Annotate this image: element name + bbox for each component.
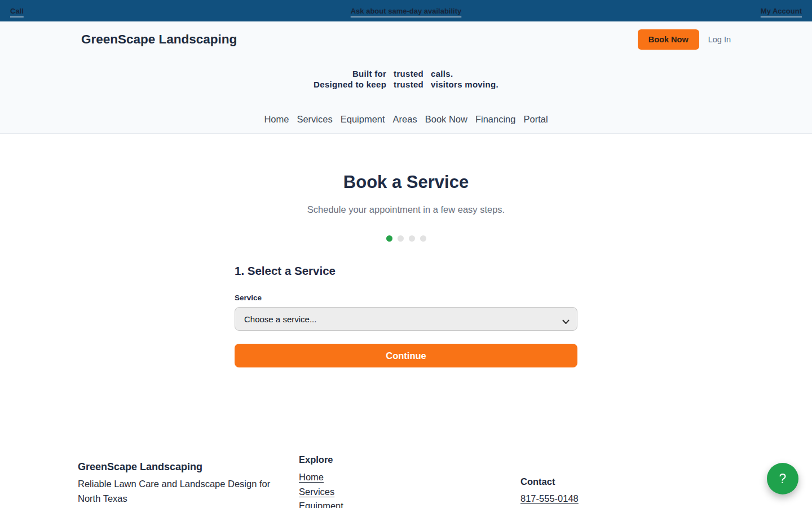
tagline-row1-right: calls. (431, 69, 498, 80)
footer-link-home[interactable]: Home (299, 470, 511, 485)
nav-item-equipment[interactable]: Equipment (341, 114, 385, 125)
nav-item-services[interactable]: Services (297, 114, 332, 125)
footer-link-services[interactable]: Services (299, 485, 511, 500)
service-field-label: Service (235, 294, 577, 302)
footer-phone-link[interactable]: 817-555-0148 (520, 492, 734, 506)
step-dot-1 (386, 235, 392, 242)
tagline-row2-right: visitors moving. (431, 80, 498, 90)
tagline-row1-mid: trusted (394, 69, 423, 80)
nav-item-financing[interactable]: Financing (475, 114, 516, 125)
booking-form: 1. Select a Service Service Choose a ser… (235, 264, 577, 367)
service-select[interactable]: Choose a service... (235, 307, 577, 331)
footer-brand: GreenScape Landscaping (78, 461, 290, 473)
step-dot-2 (398, 235, 404, 242)
footer-contact-heading: Contact (520, 476, 734, 487)
header-book-now-button[interactable]: Book Now (638, 29, 699, 50)
footer-explore-heading: Explore (299, 454, 511, 465)
call-link[interactable]: Call (10, 7, 24, 15)
step-dot-3 (409, 235, 415, 242)
tagline-row2-mid: trusted (394, 80, 423, 90)
step-progress-dots (0, 235, 812, 242)
booking-page: Book a Service Schedule your appointment… (0, 172, 812, 367)
site-header: GreenScape Landscaping Book Now Log In B… (0, 21, 812, 134)
brand-title[interactable]: GreenScape Landscaping (81, 32, 237, 47)
my-account-link[interactable]: My Account (761, 7, 802, 15)
footer-email-link[interactable]: hello@greenscapelandscaping.com (520, 506, 734, 508)
help-chat-button[interactable]: ? (767, 463, 798, 494)
footer-contact-links: 817-555-0148 hello@greenscapelandscaping… (520, 492, 734, 508)
page-subtitle: Schedule your appointment in a few easy … (0, 204, 812, 215)
nav-item-book-now[interactable]: Book Now (425, 114, 467, 125)
main-nav: Home Services Equipment Areas Book Now F… (81, 114, 731, 133)
tagline-row1-left: Built for (314, 69, 386, 80)
footer-tagline: Reliable Lawn Care and Landscape Design … (78, 477, 290, 506)
nav-item-home[interactable]: Home (264, 114, 289, 125)
promo-link[interactable]: Ask about same-day availability (351, 7, 462, 15)
tagline-row2-left: Designed to keep (314, 80, 386, 90)
footer-link-equipment[interactable]: Equipment (299, 499, 511, 508)
top-bar: Call Ask about same-day availability My … (0, 0, 812, 21)
footer-explore-links: Home Services Equipment (299, 470, 511, 508)
log-in-link[interactable]: Log In (708, 35, 731, 44)
continue-button[interactable]: Continue (235, 344, 577, 367)
page-title: Book a Service (0, 172, 812, 192)
site-footer: GreenScape Landscaping Reliable Lawn Car… (0, 454, 812, 508)
nav-item-portal[interactable]: Portal (523, 114, 548, 125)
hero-tagline: Built for trusted calls. Designed to kee… (81, 69, 731, 90)
step-heading: 1. Select a Service (235, 264, 577, 278)
nav-item-areas[interactable]: Areas (393, 114, 417, 125)
step-dot-4 (420, 235, 426, 242)
